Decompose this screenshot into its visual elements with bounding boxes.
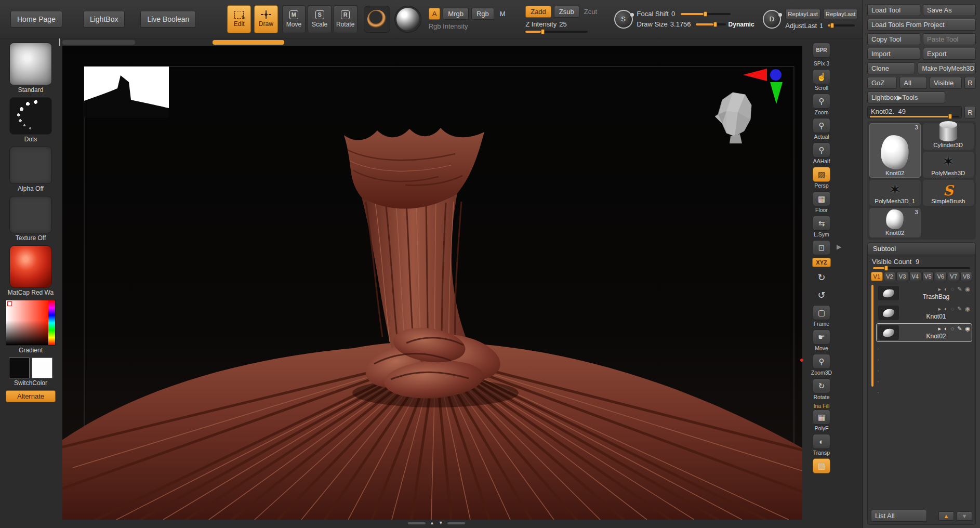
tool-item-simplebrush[interactable]: S SimpleBrush <box>923 180 974 206</box>
make-polymesh3d-button[interactable]: Make PolyMesh3D <box>918 62 976 74</box>
matcap-red-wax-thumb[interactable] <box>9 245 52 288</box>
canvas-horizontal-scrollbar[interactable] <box>62 40 802 45</box>
visible-count-row[interactable]: Visible Count 9 <box>871 258 972 269</box>
scroll-hand-icon[interactable]: ☝ <box>813 69 830 84</box>
zadd-button[interactable]: Zadd <box>525 6 551 18</box>
home-page-button[interactable]: Home Page <box>10 11 62 28</box>
alternate-button[interactable]: Alternate <box>6 390 56 402</box>
expand-icon[interactable]: ▸ <box>938 325 941 332</box>
tab-v3[interactable]: V3 <box>896 272 908 281</box>
edit-pen-icon[interactable]: ✎ <box>957 286 962 293</box>
zoom-magnifier-icon[interactable]: ⚲ <box>813 94 830 109</box>
lightbox-button[interactable]: LightBox <box>83 11 125 28</box>
draw-size-slider[interactable] <box>696 23 726 25</box>
current-stroke-button[interactable] <box>394 6 421 33</box>
paint-toggle-icon[interactable]: ◐ <box>944 306 948 312</box>
current-brush-button[interactable] <box>364 6 391 33</box>
scrollbar-segment[interactable] <box>62 40 135 45</box>
alpha-off-thumb[interactable] <box>9 147 52 184</box>
scale-button[interactable]: S Scale <box>308 5 332 33</box>
floor-grid-icon[interactable]: ▦ <box>813 191 830 206</box>
load-tool-button[interactable]: Load Tool <box>867 4 920 16</box>
eye-visibility-icon[interactable]: ◉ <box>965 306 970 312</box>
tab-v2[interactable]: V2 <box>884 272 896 281</box>
edit-button[interactable]: Edit <box>227 5 251 33</box>
main-color-swatch[interactable] <box>9 358 30 378</box>
scrollbar-handle[interactable] <box>213 40 284 45</box>
rgb-button[interactable]: Rgb <box>471 8 494 20</box>
move-button[interactable]: M Move <box>282 5 306 33</box>
paint-toggle-icon[interactable]: ◐ <box>944 325 948 332</box>
zoom3d-icon[interactable]: ⚲ <box>813 354 830 369</box>
tool-item-polymesh3d-1[interactable]: ✶ PolyMesh3D_1 <box>869 180 921 206</box>
replay-last-button-2[interactable]: ReplayLast <box>823 9 858 19</box>
mrgb-button[interactable]: Mrgb <box>443 8 469 20</box>
expand-icon[interactable]: ▸ <box>938 306 941 312</box>
all-button[interactable]: All <box>899 77 927 89</box>
tab-v8[interactable]: V8 <box>960 272 972 281</box>
paint-off-icon[interactable]: ◌ <box>951 306 955 312</box>
subtool-item-trashbag[interactable]: ▸ ◐ ◌ ✎ ◉ TrashBag <box>876 284 972 302</box>
standard-brush-thumb[interactable] <box>9 43 52 85</box>
rotate-button[interactable]: R Rotate <box>334 5 357 33</box>
active-tool-slider[interactable]: Knot02. 49 <box>867 106 962 118</box>
saturation-square[interactable] <box>6 300 48 345</box>
clone-button[interactable]: Clone <box>867 62 915 74</box>
paste-tool-button[interactable]: Paste Tool <box>923 33 976 45</box>
visible-button[interactable]: Visible <box>930 77 962 89</box>
r-button-top[interactable]: R <box>964 77 976 89</box>
ghost-icon[interactable]: ▧ <box>813 458 830 473</box>
d-gyro-icon[interactable]: D <box>763 10 782 29</box>
zsub-button[interactable]: Zsub <box>554 6 579 18</box>
actual-magnifier-icon[interactable]: ⚲ <box>813 118 830 133</box>
m-button[interactable]: M <box>500 10 506 18</box>
tool-item-cylinder3d[interactable]: Cylinder3D <box>923 123 974 150</box>
goz-button[interactable]: GoZ <box>867 77 897 89</box>
s-gyro-icon[interactable]: S <box>614 10 633 29</box>
nav-bar-left[interactable] <box>408 522 426 524</box>
subtool-move-up-button[interactable]: ▲ <box>938 511 954 521</box>
live-boolean-button[interactable]: Live Boolean <box>140 11 196 28</box>
import-button[interactable]: Import <box>867 48 920 60</box>
tool-item-polymesh3d[interactable]: ✶ PolyMesh3D <box>923 152 974 178</box>
nav-bar-right[interactable] <box>447 522 465 524</box>
subtool-item-knot02[interactable]: ▸ ◐ ◌ ✎ ◉ Knot02 <box>876 323 972 342</box>
tab-v4[interactable]: V4 <box>909 272 921 281</box>
paint-off-icon[interactable]: ◌ <box>951 286 955 293</box>
see-through-icon[interactable]: ⊡ <box>813 240 830 255</box>
transparency-icon[interactable]: ◐ <box>813 434 830 449</box>
rotate-cw-icon[interactable]: ↻ <box>813 270 830 285</box>
subtool-header[interactable]: Subtool <box>868 243 975 255</box>
spix-label[interactable]: SPix 3 <box>814 60 829 67</box>
bpr-button[interactable]: BPR <box>813 43 830 58</box>
edit-pen-icon[interactable]: ✎ <box>957 306 962 312</box>
paint-toggle-icon[interactable]: ◐ <box>944 286 948 293</box>
polyframe-icon[interactable]: ▦ <box>813 410 830 425</box>
eye-visibility-icon[interactable]: ◉ <box>965 286 970 293</box>
z-intensity-slider[interactable] <box>525 31 588 33</box>
export-button[interactable]: Export <box>923 48 976 60</box>
subtool-item-knot01[interactable]: ▸ ◐ ◌ ✎ ◉ Knot01 <box>876 303 972 322</box>
tab-v6[interactable]: V6 <box>935 272 947 281</box>
nav-down-arrow[interactable]: ▼ <box>439 521 443 525</box>
visible-count-slider[interactable] <box>873 267 970 269</box>
tool-item-knot02[interactable]: 3 Knot02 <box>869 208 921 237</box>
tab-v5[interactable]: V5 <box>922 272 934 281</box>
adjust-last-slider[interactable] <box>828 24 855 27</box>
panel-collapse-arrow[interactable]: ▶ <box>837 243 841 250</box>
lightbox-tools-button[interactable]: Lightbox▶Tools <box>867 91 945 103</box>
paint-off-icon[interactable]: ◌ <box>951 325 955 332</box>
focal-shift-slider[interactable] <box>681 13 731 15</box>
a-toggle-button[interactable]: A <box>429 8 441 20</box>
ina-fill-label[interactable]: Ina Fill <box>814 403 830 409</box>
tab-v1[interactable]: V1 <box>871 272 883 281</box>
local-symmetry-icon[interactable]: ⇆ <box>813 216 830 231</box>
load-tools-from-project-button[interactable]: Load Tools From Project <box>867 19 976 31</box>
copy-tool-button[interactable]: Copy Tool <box>867 33 920 45</box>
perspective-icon[interactable]: ▨ <box>813 167 830 182</box>
replay-last-button[interactable]: ReplayLast <box>785 9 820 19</box>
rotate-ccw-icon[interactable]: ↺ <box>813 287 830 302</box>
z-axis-dot[interactable] <box>770 69 782 81</box>
hue-strip[interactable] <box>48 300 55 345</box>
zcut-button[interactable]: Zcut <box>584 8 597 16</box>
